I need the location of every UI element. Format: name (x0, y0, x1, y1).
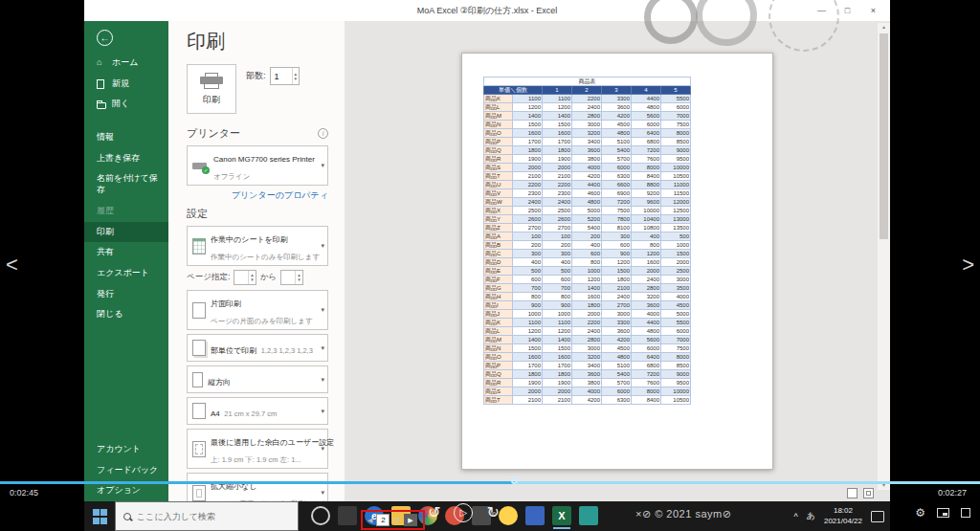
portrait-icon (192, 372, 203, 387)
annotation-highlight-box (361, 510, 425, 530)
taskbar-icon-recorder[interactable] (499, 506, 518, 525)
tray-expand-caret[interactable]: ^ (794, 512, 798, 521)
table-row: 商品L120012002400360048006000 (484, 327, 691, 336)
stepper-arrows-icon[interactable]: ▴▾ (292, 68, 300, 84)
sidebar-item-close[interactable]: 閉じる (84, 304, 168, 325)
printer-selector[interactable]: ✓ Canon MG7700 series Printer オフライン ▾ (187, 145, 328, 186)
new-document-icon (97, 79, 107, 89)
close-button[interactable]: × (860, 0, 886, 21)
taskbar-icon-app-teal[interactable] (579, 506, 598, 525)
table-row: 商品Q180018003600540072009000 (484, 146, 691, 155)
page-title: 印刷 (187, 29, 345, 55)
table-row: 商品I9009001800270036004500 (484, 301, 691, 310)
chevron-down-icon: ▾ (321, 306, 324, 314)
taskbar-search[interactable] (115, 501, 299, 531)
sidebar-item-export[interactable]: エクスポート (84, 263, 168, 284)
taskbar-icon-task-view[interactable] (338, 506, 357, 525)
notification-center-icon[interactable] (871, 511, 884, 522)
sidebar-item-info[interactable]: 情報 (84, 127, 168, 148)
margins-icon (192, 441, 206, 457)
start-button[interactable] (93, 509, 108, 524)
sidebar-item-save[interactable]: 上書き保存 (84, 148, 168, 169)
scrollbar-thumb[interactable] (880, 33, 888, 239)
table-row: 商品P170017003400510068008500 (484, 138, 691, 146)
paper-size-selector[interactable]: A4 21 cm x 29.7 cm ▾ (187, 397, 328, 425)
scroll-up-icon[interactable]: ▴ (882, 23, 885, 32)
chevron-down-icon: ▾ (321, 408, 324, 415)
table-row: 商品M140014002800420056007000 (484, 112, 691, 121)
taskbar-icon-excel[interactable]: X (552, 506, 571, 525)
table-row: 商品M140014002800420056007000 (484, 336, 691, 344)
fullscreen-icon[interactable] (961, 508, 970, 518)
printer-name: Canon MG7700 series Printer (213, 155, 315, 164)
player-right-controls: ⚙ (915, 506, 970, 520)
zoom-to-page-button[interactable] (863, 488, 874, 498)
duplex-selector[interactable]: 片面印刷 ページの片面のみを印刷します ▾ (187, 290, 328, 330)
sidebar-item-account[interactable]: アカウント (84, 439, 168, 460)
ime-indicator[interactable]: あ (807, 510, 815, 522)
sidebar-item-open[interactable]: 開く (84, 94, 168, 115)
sidebar-item-home[interactable]: ⌂ ホーム (84, 53, 168, 74)
video-progress-bar[interactable] (0, 481, 980, 484)
maximize-button[interactable]: □ (835, 0, 860, 21)
taskbar-icon-app-blue[interactable] (525, 506, 545, 525)
sidebar-item-save-as[interactable]: 名前を付けて保存 (84, 168, 168, 200)
table-row: 商品A100100200300400500 (484, 232, 691, 241)
print-button[interactable]: 印刷 (187, 64, 236, 114)
copies-value: 1 (271, 72, 292, 81)
page-to-stepper[interactable]: ▴▾ (280, 270, 303, 285)
playback-controls: ↺10 ▷ ↻30 (428, 503, 500, 522)
chevron-down-icon: ▾ (321, 445, 324, 453)
show-margins-button[interactable] (847, 488, 858, 498)
search-input[interactable] (137, 512, 280, 521)
progress-thumb[interactable] (511, 477, 518, 484)
taskbar-clock[interactable]: 18:02 2021/04/22 (824, 506, 862, 526)
chevron-down-icon: ▾ (321, 162, 324, 169)
sidebar-item-publish[interactable]: 発行 (84, 284, 168, 305)
print-area-selector[interactable]: 作業中のシートを印刷 作業中のシートのみを印刷します ▾ (187, 226, 328, 266)
chevron-down-icon: ▾ (321, 376, 324, 384)
page-from-stepper[interactable]: ▴▾ (234, 270, 256, 285)
table-row: 商品W2400240048007200960012000 (484, 198, 691, 207)
table-row: 商品N150015003000450060007500 (484, 344, 691, 353)
previous-video-chevron[interactable]: < (6, 253, 18, 277)
page-range: ページ指定: ▴▾ から ▴▾ (187, 270, 328, 285)
preview-page: 商品表 単価＼個数 12345 商品K110011002200330044005… (461, 53, 773, 470)
collate-selector[interactable]: 部単位で印刷 1,2,3 1,2,3 1,2,3 ▾ (187, 334, 328, 362)
printer-properties-link[interactable]: プリンターのプロパティ (187, 189, 328, 202)
play-button[interactable]: ▷ (454, 503, 473, 522)
minimize-button[interactable]: — (809, 0, 835, 21)
table-row: 商品O160016003200480064008000 (484, 129, 691, 138)
open-folder-icon (97, 100, 107, 109)
printer-heading: プリンター (187, 126, 240, 141)
taskbar-icon-cortana[interactable] (311, 506, 330, 525)
home-icon: ⌂ (97, 57, 107, 69)
next-video-chevron[interactable]: > (962, 253, 974, 277)
system-tray: ^ あ 18:02 2021/04/22 (794, 501, 885, 531)
chevron-down-icon: ▾ (321, 344, 324, 352)
table-header-row: 単価＼個数 12345 (484, 86, 691, 95)
stepper-arrows-icon[interactable]: ▴▾ (248, 271, 256, 284)
preview-scrollbar[interactable]: ▴ ▾ (878, 23, 890, 490)
copies-stepper[interactable]: 1 ▴▾ (270, 67, 301, 85)
back-button[interactable]: ← (84, 21, 168, 53)
table-row: 商品P170017003400510068008500 (484, 362, 691, 370)
count-column-header: 2 (572, 86, 602, 95)
sidebar-item-print[interactable]: 印刷 (84, 222, 168, 243)
sidebar-item-feedback[interactable]: フィードバック (84, 460, 168, 481)
settings-gear-icon[interactable]: ⚙ (915, 506, 925, 520)
margins-selector[interactable]: 最後に適用した余白のユーザー設定 上: 1.9 cm 下: 1.9 cm 左: … (187, 429, 328, 469)
stepper-arrows-icon[interactable]: ▴▾ (295, 271, 302, 284)
pip-icon[interactable] (937, 508, 949, 518)
table-row: 商品B2002004006008001000 (484, 241, 691, 250)
sidebar-item-history: 履歴 (84, 201, 168, 222)
search-icon (123, 513, 131, 520)
forward-30-button[interactable]: ↻30 (486, 505, 499, 520)
sidebar-item-new[interactable]: 新規 (84, 74, 168, 95)
sidebar-item-share[interactable]: 共有 (84, 242, 168, 263)
progress-played (0, 481, 517, 484)
orientation-selector[interactable]: 縦方向 ▾ (187, 365, 328, 393)
rewind-10-button[interactable]: ↺10 (428, 505, 440, 520)
info-icon[interactable]: i (318, 128, 328, 139)
print-settings-panel: 印刷 印刷 部数: 1 ▴▾ (168, 21, 345, 501)
